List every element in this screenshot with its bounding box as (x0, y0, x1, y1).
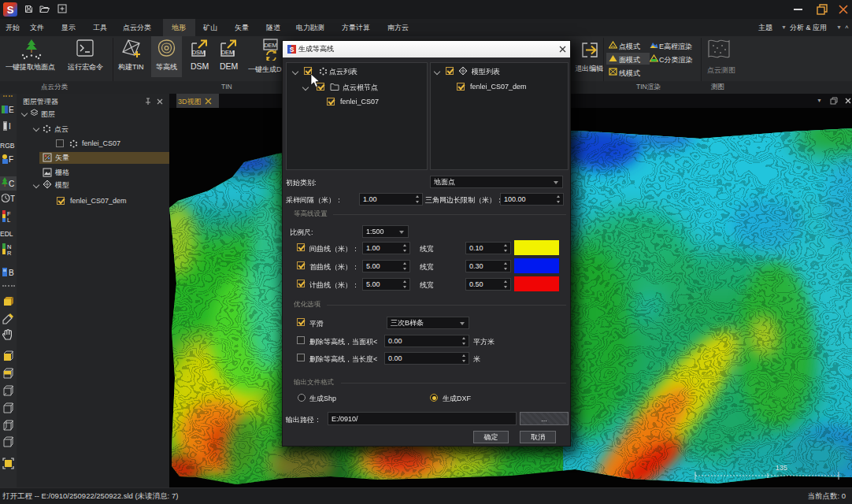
svg-text:135: 135 (776, 464, 787, 472)
svg-text:I: I (9, 122, 11, 131)
svg-text:F: F (9, 155, 13, 164)
svg-text:DSM: DSM (192, 49, 206, 56)
svg-text:S: S (7, 4, 14, 16)
svg-text:R: R (7, 250, 12, 255)
svg-text:L: L (7, 217, 10, 222)
svg-text:DEM: DEM (221, 49, 235, 56)
svg-text:C: C (9, 180, 14, 188)
svg-text:DEM: DEM (264, 42, 277, 49)
svg-text:E: E (9, 106, 14, 114)
svg-text:B: B (9, 269, 14, 277)
svg-text:S: S (289, 46, 294, 54)
svg-text:T: T (10, 195, 15, 203)
